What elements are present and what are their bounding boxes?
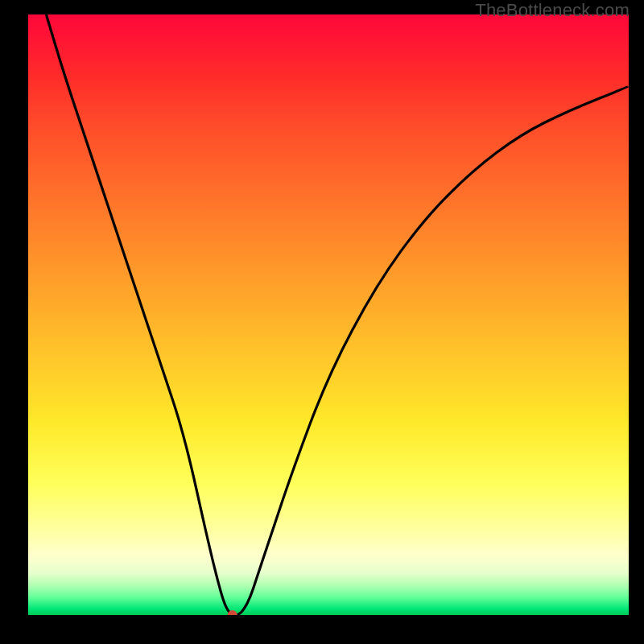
watermark-text: TheBottleneck.com [475, 0, 630, 21]
plot-gradient-background [28, 14, 629, 615]
chart-frame: TheBottleneck.com [0, 0, 644, 644]
